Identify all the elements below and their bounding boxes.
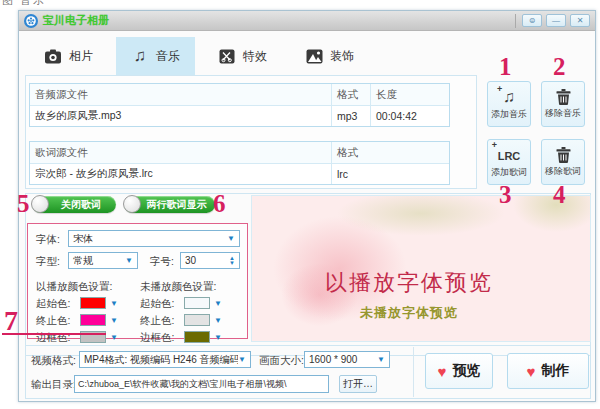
screenshot-canvas: 图 音乐 宝川电子相册 ⊜ — ✕ [0, 0, 600, 409]
output-dir-value: C:\zhuboa_E\软件收藏\我的文档\宝川电子相册\视频\ [78, 378, 287, 391]
close-button[interactable]: ✕ [570, 14, 590, 27]
unplayed-end-label: 终止色: [140, 314, 174, 328]
played-end-swatch[interactable] [80, 314, 106, 326]
screen-size-value: 1600 * 900 [309, 354, 357, 365]
lyrics-source-table: 歌词源文件 格式 宗次郎 - 故乡的原风景.lrc lrc [29, 141, 450, 185]
close-lyrics-toggle[interactable]: 关闭歌词 [32, 196, 116, 213]
audio-table-row[interactable]: 故乡的原风景.mp3 mp3 00:04:42 [30, 106, 449, 126]
two-line-lyrics-toggle[interactable]: 两行歌词显示 [124, 196, 215, 213]
divider [413, 347, 414, 397]
font-settings-panel: 字体: 宋体 ▼ 字型: 常规 ▼ 字号: 30 ▲▼ 以播放颜色设置: 未播放… [27, 223, 248, 339]
toggle-label: 两行歌词显示 [147, 198, 207, 212]
tab-photos[interactable]: 相片 [29, 37, 108, 75]
preview-button-label: 预览 [452, 362, 480, 380]
video-format-dropdown[interactable]: MP4格式: 视频编码 H246 音频编码 ACC ▼ [79, 351, 251, 368]
add-lyrics-button[interactable]: LRC+ 添加歌词 [487, 139, 531, 185]
lyrics-file-header: 歌词源文件 [30, 142, 332, 164]
lyrics-file-cell: 宗次郎 - 故乡的原风景.lrc [30, 164, 332, 184]
make-button[interactable]: ♥ 制作 [507, 353, 589, 389]
tab-label: 相片 [69, 48, 93, 65]
preview-button[interactable]: ♥ 预览 [425, 353, 493, 389]
chevron-down-icon[interactable]: ▼ [214, 316, 222, 325]
unplayed-end-swatch[interactable] [184, 314, 210, 326]
font-size-value: 30 [185, 255, 196, 266]
make-button-label: 制作 [541, 362, 569, 380]
chevron-down-icon: ▼ [125, 256, 133, 265]
screen-size-label: 画面大小: [259, 354, 304, 368]
tab-label: 装饰 [330, 48, 354, 65]
music-note-icon: ♫ [131, 48, 149, 64]
audio-file-cell: 故乡的原风景.mp3 [30, 106, 332, 126]
chevron-down-icon[interactable]: ▼ [110, 333, 118, 342]
effects-icon [218, 48, 236, 64]
decoration-icon [305, 48, 323, 64]
font-style-value: 常规 [73, 254, 93, 268]
unplayed-start-label: 起始色: [140, 297, 174, 311]
cropped-caption: 图 音乐 [2, 0, 46, 6]
annotation-6: 6 [213, 190, 226, 218]
tab-music[interactable]: ♫ 音乐 [116, 37, 195, 75]
output-dir-label: 输出目录: [31, 378, 76, 392]
titlebar: 宝川电子相册 ⊜ — ✕ [19, 11, 595, 31]
audio-length-cell: 00:04:42 [371, 106, 449, 126]
annotation-3: 3 [499, 181, 512, 209]
played-color-header: 以播放颜色设置: [36, 280, 112, 294]
chevron-down-icon[interactable]: ▼ [110, 316, 118, 325]
annotation-2: 2 [553, 53, 566, 81]
output-dir-field[interactable]: C:\zhuboa_E\软件收藏\我的文档\宝川电子相册\视频\ [74, 375, 329, 393]
lyrics-format-cell: lrc [332, 164, 449, 184]
lyrics-format-header: 格式 [332, 142, 449, 164]
chevron-down-icon[interactable]: ▼ [214, 299, 222, 308]
chevron-down-icon[interactable]: ▼ [214, 333, 222, 342]
lyrics-table-header-row: 歌词源文件 格式 [30, 142, 449, 164]
add-music-icon: ♫+ [503, 88, 515, 106]
toggle-knob [31, 195, 49, 213]
toggle-label: 关闭歌词 [61, 198, 101, 212]
video-format-label: 视频格式: [31, 354, 76, 368]
annotation-7-line [2, 333, 106, 335]
tab-bar: 相片 ♫ 音乐 特效 装饰 [29, 37, 369, 75]
remove-lyrics-button[interactable]: 移除歌词 [541, 139, 585, 185]
tab-label: 音乐 [156, 48, 180, 65]
font-style-label: 字型: [36, 255, 60, 269]
tab-effects[interactable]: 特效 [203, 37, 282, 75]
open-dir-label: 打开… [343, 377, 373, 391]
add-lrc-icon: LRC+ [498, 146, 521, 164]
font-size-stepper[interactable]: 30 ▲▼ [180, 252, 240, 269]
unplayed-border-swatch[interactable] [184, 331, 210, 343]
annotation-4: 4 [553, 181, 566, 209]
audio-format-header: 格式 [332, 84, 371, 106]
lyrics-table-row[interactable]: 宗次郎 - 故乡的原风景.lrc lrc [30, 164, 449, 184]
unplayed-start-swatch[interactable] [184, 297, 210, 309]
window-controls: ⊜ — ✕ [515, 14, 595, 28]
lyrics-preview-area: 以播放字体预览 未播放字体预览 [251, 195, 591, 342]
unplayed-border-label: 边框色: [140, 331, 174, 345]
tab-label: 特效 [243, 48, 267, 65]
font-family-value: 宋体 [73, 232, 93, 246]
font-family-dropdown[interactable]: 宋体 ▼ [68, 230, 240, 247]
heart-icon: ♥ [527, 363, 536, 380]
font-size-label: 字号: [150, 255, 174, 269]
audio-length-header: 长度 [371, 84, 449, 106]
minimize-button[interactable]: — [546, 14, 566, 27]
chevron-down-icon[interactable]: ▼ [110, 299, 118, 308]
remove-music-button[interactable]: 移除音乐 [541, 81, 585, 127]
skin-menu-button[interactable]: ⊜ [522, 14, 542, 27]
stepper-arrows-icon[interactable]: ▲▼ [229, 256, 235, 266]
film-reel-app-icon [24, 14, 38, 28]
heart-icon: ♥ [438, 363, 447, 380]
screen-size-dropdown[interactable]: 1600 * 900 ▼ [304, 351, 390, 368]
played-start-label: 起始色: [36, 297, 70, 311]
played-start-swatch[interactable] [80, 297, 106, 309]
unplayed-color-header: 未播放颜色设置: [140, 280, 216, 294]
open-dir-button[interactable]: 打开… [339, 375, 377, 393]
font-style-dropdown[interactable]: 常规 ▼ [68, 252, 138, 269]
played-end-label: 终止色: [36, 314, 70, 328]
add-music-button[interactable]: ♫+ 添加音乐 [487, 81, 531, 127]
video-format-value: MP4格式: 视频编码 H246 音频编码 ACC [84, 353, 238, 367]
audio-file-header: 音频源文件 [30, 84, 332, 106]
tab-decoration[interactable]: 装饰 [290, 37, 369, 75]
annotation-1: 1 [499, 53, 512, 81]
window-title: 宝川电子相册 [43, 13, 109, 28]
audio-table-header-row: 音频源文件 格式 长度 [30, 84, 449, 106]
